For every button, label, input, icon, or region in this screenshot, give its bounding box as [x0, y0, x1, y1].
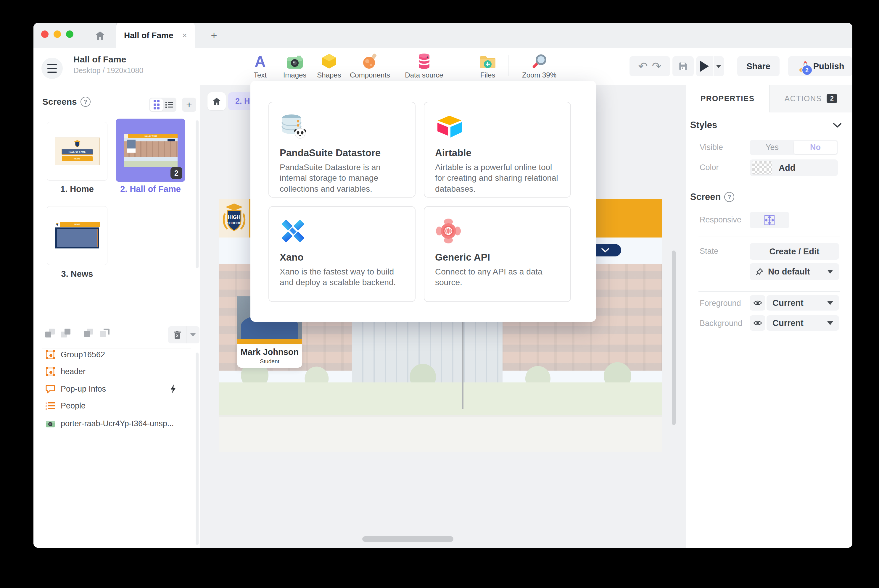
group-icon	[45, 350, 56, 359]
screens-scrollbar[interactable]	[195, 120, 198, 268]
preview-group	[696, 56, 724, 76]
color-add-button[interactable]: Add	[750, 159, 838, 176]
datasource-card-airtable[interactable]: Airtable Airtable is a powerful online t…	[424, 102, 571, 198]
responsive-arrows-icon	[764, 214, 775, 226]
state-label: State	[700, 247, 718, 256]
svg-text:3: 3	[45, 408, 47, 410]
bring-forward-icon[interactable]	[61, 328, 72, 339]
layer-row-image[interactable]: porter-raab-Ucr4Yp-t364-unsp...	[33, 416, 195, 431]
tool-zoom[interactable]: Zoom 39%	[515, 52, 563, 79]
person-role: Student	[237, 358, 302, 365]
svg-text:HIGH: HIGH	[228, 214, 240, 220]
group-icon	[45, 367, 56, 376]
screen-thumbnail-news[interactable]: NEWS	[47, 206, 107, 265]
list-view-button[interactable]	[163, 99, 176, 111]
actions-count-badge: 2	[826, 94, 837, 103]
hexagon-icon	[305, 52, 353, 69]
canvas-vertical-scrollbar[interactable]	[672, 250, 676, 425]
main-menu-button[interactable]	[41, 58, 63, 79]
add-screen-button[interactable]: +	[182, 98, 196, 112]
transparent-swatch	[752, 161, 772, 174]
project-tab[interactable]: Hall of Fame ×	[116, 23, 195, 48]
tool-components[interactable]: Components	[346, 52, 394, 79]
send-to-back-icon[interactable]	[83, 328, 94, 339]
screen-thumbnail-hall-of-fame[interactable]: HALL OF FAME 2	[116, 118, 185, 182]
home-icon	[212, 97, 221, 106]
delete-options-button[interactable]	[186, 326, 200, 344]
datasource-card-pandasuite[interactable]: PandaSuite Datastore PandaSuite Datastor…	[269, 102, 416, 198]
visible-toggle: Yes No	[750, 140, 838, 155]
visible-yes-option[interactable]: Yes	[751, 141, 794, 154]
publish-button[interactable]: 2 Publish	[788, 56, 852, 76]
airtable-icon	[435, 113, 560, 140]
foreground-dropdown[interactable]: Current	[766, 295, 839, 310]
send-backward-icon[interactable]	[45, 328, 56, 339]
canvas-horizontal-scrollbar[interactable]	[362, 536, 454, 542]
screens-help-icon[interactable]: ?	[81, 97, 90, 107]
screens-header: Screens ?	[42, 97, 90, 107]
window-tab-bar: Hall of Fame × +	[33, 23, 852, 48]
bring-to-front-icon[interactable]	[99, 328, 110, 339]
svg-text:SCHOOL: SCHOOL	[227, 221, 241, 225]
default-state-dropdown[interactable]: No default	[750, 263, 839, 280]
home-icon	[95, 31, 105, 40]
preview-options-button[interactable]	[714, 56, 724, 76]
undo-redo-group: ↶ ↷	[630, 56, 670, 76]
screen-thumbnail-home[interactable]: HALL OF FAME NEWS	[47, 122, 107, 181]
school-crest-icon	[74, 140, 81, 148]
maximize-window-button[interactable]	[66, 30, 74, 38]
app-window: Hall of Fame × + Hall of Fame Desktop / …	[33, 23, 852, 548]
layers-scrollbar[interactable]	[195, 352, 198, 545]
canvas-home-button[interactable]	[207, 92, 226, 110]
project-tab-title: Hall of Fame	[124, 31, 173, 40]
grid-view-button[interactable]	[150, 99, 163, 111]
visible-label: Visible	[700, 143, 723, 152]
delete-layer-button[interactable]	[168, 326, 186, 344]
new-tab-button[interactable]: +	[204, 23, 224, 48]
redo-button[interactable]: ↷	[652, 61, 661, 72]
screen-label-home[interactable]: 1. Home	[47, 184, 107, 194]
tool-data-source[interactable]: Data source	[400, 52, 448, 79]
layer-row-popup-infos[interactable]: Pop-up Infos	[33, 381, 195, 397]
chevron-down-icon	[827, 301, 833, 305]
screen-help-icon[interactable]: ?	[724, 192, 734, 202]
datasource-card-xano[interactable]: Xano Xano is the fastest way to build an…	[269, 206, 416, 302]
screen-label-hall-of-fame[interactable]: 2. Hall of Fame	[110, 184, 191, 194]
screen-label-news[interactable]: 3. News	[47, 269, 107, 279]
responsive-button[interactable]	[750, 212, 789, 228]
foreground-visibility-button[interactable]	[750, 295, 765, 310]
state-create-edit-button[interactable]: Create / Edit	[750, 243, 839, 260]
mini-home-button-2: NEWS	[62, 156, 93, 161]
xano-icon	[280, 218, 404, 244]
foreground-label: Foreground	[700, 299, 741, 308]
screens-sidebar: Screens ? + HALL OF FAME NEWS	[33, 85, 200, 548]
minimize-window-button[interactable]	[54, 30, 61, 38]
eye-icon	[753, 320, 762, 326]
background-dropdown[interactable]: Current	[766, 315, 839, 331]
tab-actions[interactable]: ACTIONS 2	[769, 85, 853, 112]
layer-row-header[interactable]: header	[33, 364, 195, 379]
rocket-icon: 2	[796, 60, 809, 73]
magnifier-icon	[515, 52, 563, 69]
layer-row-people[interactable]: 123 People	[33, 398, 195, 414]
tool-shapes[interactable]: Shapes	[305, 52, 353, 79]
tool-files[interactable]: Files	[464, 52, 511, 79]
tab-properties[interactable]: PROPERTIES	[686, 85, 769, 112]
mini-home-button-1: HALL OF FAME	[62, 149, 93, 155]
close-window-button[interactable]	[41, 30, 48, 38]
image-layer-icon	[45, 420, 56, 428]
preview-play-button[interactable]	[696, 56, 714, 76]
background-visibility-button[interactable]	[750, 315, 765, 331]
numbered-list-icon: 123	[45, 401, 56, 410]
datasource-card-generic-api[interactable]: Generic API Connect to any API as a data…	[424, 206, 571, 302]
layer-row-group16562[interactable]: Group16562	[33, 347, 195, 362]
collapse-chevron-icon[interactable]	[833, 123, 842, 128]
svg-text:2: 2	[45, 405, 47, 407]
home-tab-button[interactable]	[84, 23, 116, 48]
share-button[interactable]: Share	[737, 56, 780, 76]
undo-button[interactable]: ↶	[639, 61, 648, 72]
folder-icon	[464, 52, 511, 69]
visible-no-option[interactable]: No	[794, 141, 837, 154]
save-button[interactable]	[672, 56, 694, 76]
close-tab-icon[interactable]: ×	[182, 31, 187, 40]
